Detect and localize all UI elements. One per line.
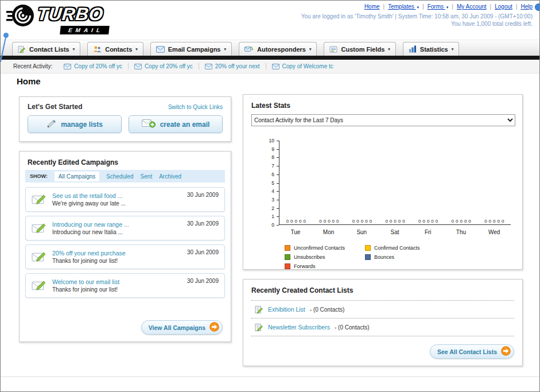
top-nav: Home|Templates ▾|Forms ▾|My Account|Logo…: [364, 3, 533, 10]
stats-period-select[interactable]: Contact Activity for the Last 7 Days: [251, 114, 515, 126]
create-email-button[interactable]: create an email: [129, 115, 223, 133]
separator: |: [452, 3, 453, 10]
campaign-envelope-pencil-icon: [32, 251, 47, 263]
view-all-campaigns-button[interactable]: View All Campaigns: [141, 320, 223, 335]
envelope-icon: [134, 64, 142, 69]
bar-value-label: 0: [352, 219, 355, 224]
campaign-title-link[interactable]: 20% off your next purchase: [52, 249, 126, 257]
x-axis-label: Wed: [477, 229, 511, 235]
tab-contacts[interactable]: Contacts▾: [87, 42, 143, 56]
filter-scheduled[interactable]: Scheduled: [106, 173, 133, 180]
chart-group-tue: 00000: [279, 141, 313, 224]
tab-contact-lists[interactable]: Contact Lists▾: [12, 42, 80, 56]
recent-activity-items: Copy of 20% off ycCopy of 20% off yc20% …: [58, 63, 339, 69]
y-axis-label: 7: [251, 163, 274, 169]
filter-archived[interactable]: Archived: [159, 173, 181, 180]
top-nav-logout[interactable]: Logout: [495, 3, 512, 10]
bar-value-label: 0: [303, 219, 305, 224]
y-axis-label: 10: [251, 138, 274, 143]
campaign-row[interactable]: 20% off your next purchaseThanks for joi…: [25, 244, 225, 269]
y-axis-label: 2: [251, 205, 274, 211]
bar-value-labels: 00000: [313, 219, 346, 224]
manage-lists-button[interactable]: manage lists: [28, 115, 122, 133]
bar-value-label: 0: [295, 219, 297, 224]
contact-list-row[interactable]: Newsletter Subscribers- (0 Contacts): [251, 319, 514, 336]
header: TURBO EMAIL Home|Templates ▾|Forms ▾|My …: [1, 1, 539, 40]
recent-activity-item[interactable]: Copy of 20% off yc: [58, 63, 129, 69]
campaigns-title: Recently Edited Campaigns: [20, 152, 231, 170]
campaign-date: 30 Jun 2009: [187, 278, 219, 284]
campaign-title-link[interactable]: See us at the retail food ...: [52, 192, 126, 200]
y-axis-label: 3: [251, 197, 274, 203]
campaign-row[interactable]: Welcome to our email listThanks for join…: [25, 273, 225, 298]
tab-email-campaigns[interactable]: Email Campaigns▾: [150, 42, 232, 56]
contact-lists-icon: [18, 45, 26, 53]
latest-stats-panel: Latest Stats Contact Activity for the La…: [243, 94, 523, 270]
top-nav-forms[interactable]: Forms ▾: [428, 3, 449, 10]
logo-text-turbo: TURBO: [36, 4, 104, 25]
recent-activity-bar: Recent Activity: Copy of 20% off ycCopy …: [1, 60, 539, 73]
help-badge-icon[interactable]: [535, 3, 540, 11]
legend-label: Unsubscribes: [294, 254, 325, 260]
bar-value-labels: 00000: [379, 219, 412, 224]
contact-list-row[interactable]: Exhibition List- (0 Contacts): [251, 301, 514, 319]
campaign-title-link[interactable]: Introducing our new range ...: [52, 220, 129, 228]
y-axis-label: 1: [251, 214, 274, 219]
bar-value-label: 0: [324, 219, 326, 224]
get-started-buttons: manage lists create an email: [20, 115, 231, 133]
bar-value-label: 0: [489, 219, 491, 224]
recent-activity-item[interactable]: Copy of 20% off yc: [129, 63, 199, 69]
contact-list-link[interactable]: Exhibition List: [268, 306, 305, 313]
legend-color-swatch: [285, 245, 290, 251]
chart-x-axis: TueMonSunSatFriThuWed: [279, 229, 511, 235]
pencil-icon: [46, 119, 56, 130]
bar-value-label: 0: [418, 219, 421, 224]
campaign-envelope-pencil-icon: [32, 193, 47, 205]
filter-sent[interactable]: Sent: [141, 173, 153, 180]
legend-color-swatch: [285, 254, 290, 260]
show-label: SHOW:: [30, 173, 48, 179]
contact-list-link[interactable]: Newsletter Subscribers: [268, 324, 330, 331]
legend-item-confirmed-contacts: Confirmed Contacts: [365, 245, 445, 251]
bar-value-label: 0: [456, 219, 458, 224]
chart-legend: Unconfirmed ContactsConfirmed ContactsUn…: [285, 245, 520, 273]
contact-lists-title: Recently Created Contact Lists: [243, 280, 522, 298]
contact-list-detail: - (0 Contacts): [310, 306, 345, 313]
tab-custom-fields[interactable]: Custom Fields▾: [324, 42, 395, 56]
top-nav-templates[interactable]: Templates ▾: [388, 3, 419, 10]
bar-value-label: 0: [493, 219, 495, 224]
tab-statistics[interactable]: Statistics▾: [403, 42, 459, 56]
campaign-text: Welcome to our email listThanks for join…: [52, 278, 119, 294]
arrow-circle-icon: [209, 322, 219, 333]
chart-group-thu: 00000: [445, 141, 478, 224]
top-nav-home[interactable]: Home: [364, 3, 380, 10]
campaign-envelope-pencil-icon: [32, 222, 47, 234]
tab-autoresponders[interactable]: Autoresponders▾: [239, 42, 317, 56]
campaign-row[interactable]: Introducing our new range ...Introducing…: [25, 216, 225, 240]
bar-value-label: 0: [460, 219, 462, 224]
tab-label: Contacts: [105, 46, 132, 53]
see-all-contact-lists-button[interactable]: See All Contact Lists: [430, 344, 514, 359]
filter-all-campaigns[interactable]: All Campaigns: [55, 172, 99, 181]
legend-label: Confirmed Contacts: [374, 245, 420, 251]
page: TURBO EMAIL Home|Templates ▾|Forms ▾|My …: [0, 0, 540, 392]
top-nav-help[interactable]: Help: [520, 3, 533, 10]
recent-activity-item[interactable]: 20% off your next: [199, 63, 266, 69]
x-axis-label: Tue: [279, 229, 312, 235]
bar-value-labels: 00000: [445, 219, 478, 224]
recent-activity-item[interactable]: Copy of Welcome tc: [266, 63, 339, 69]
recent-activity-item-label: Copy of Welcome tc: [282, 63, 333, 69]
campaign-subtitle: We're giving away our late ...: [52, 200, 126, 208]
recent-activity-item-label: 20% off your next: [215, 63, 260, 69]
bar-value-label: 0: [484, 219, 487, 224]
bar-value-label: 0: [328, 219, 330, 224]
top-nav-my-account[interactable]: My Account: [457, 3, 487, 10]
bar-value-labels: 00000: [477, 219, 511, 224]
campaign-subtitle: Thanks for joining our list!: [52, 286, 119, 294]
bar-value-label: 0: [464, 219, 467, 224]
switch-quick-links-link[interactable]: Switch to Quick Links: [168, 104, 223, 110]
chart-plot: 00000000000000000000000000000000000: [279, 141, 511, 225]
campaign-filters: All CampaignsScheduledSentArchived: [55, 172, 181, 181]
campaign-row[interactable]: See us at the retail food ...We're givin…: [25, 187, 225, 212]
campaign-title-link[interactable]: Welcome to our email list: [52, 278, 119, 286]
